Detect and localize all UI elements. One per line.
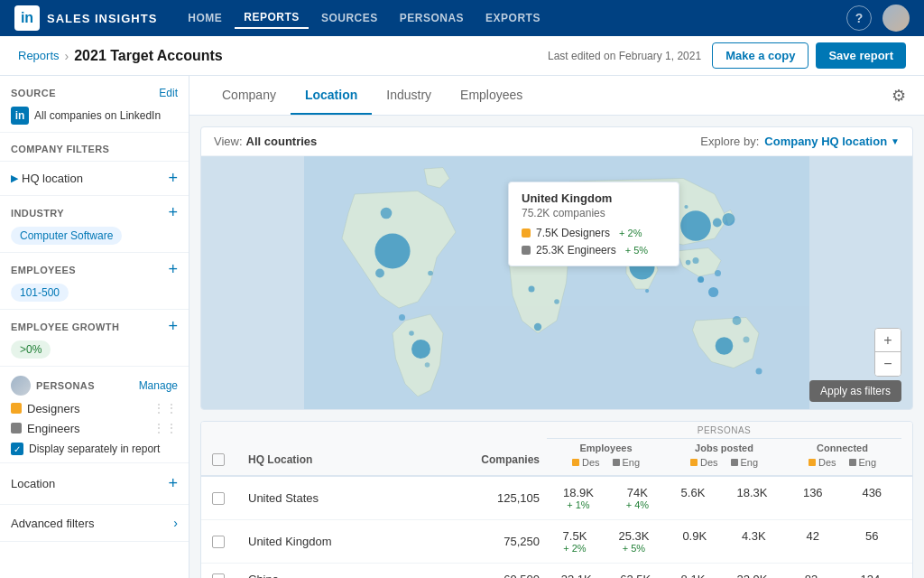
employees-plus[interactable]: + [168,260,178,279]
nav-item-exports[interactable]: EXPORTS [476,8,550,28]
row-2-emp-eng: 25.3K + 5% [618,529,649,554]
linkedin-logo-small: in [11,107,29,125]
row-1-emp-des: 18.9K + 1% [563,486,594,510]
hq-location-filter[interactable]: ▶ HQ location + [0,162,189,196]
th-connected-des: Des [818,457,836,468]
table-row: United States 125,105 18.9K + 1% 74K + 4… [201,477,912,520]
svg-point-39 [684,205,688,209]
svg-point-21 [715,270,721,276]
hq-location-plus[interactable]: + [168,169,178,188]
header-checkbox[interactable] [212,453,225,466]
view-value: All countries [246,135,318,148]
svg-point-47 [733,316,742,325]
explore-label: Explore by: [700,135,759,148]
employees-filter: Employees + 101-500 [0,253,189,310]
th-employees-eng: Eng [623,457,641,468]
table-header: HQ Location Companies PERSONAS Employees… [201,422,912,477]
advanced-filters-arrow[interactable]: › [173,516,178,530]
employee-growth-plus[interactable]: + [168,317,178,336]
row-3-conn-eng: 124 [861,573,881,578]
row-location-3: China [241,573,421,578]
nav-item-home[interactable]: HOME [179,8,231,28]
nav-help[interactable]: ? [846,5,872,31]
nav-item-sources[interactable]: SOURCES [312,8,387,28]
row-3-jobs-eng: 22.9K [736,573,767,578]
employees-label: Employees [11,265,76,275]
zoom-out-button[interactable]: − [875,352,901,376]
row-3-emp-des: 33.1K [561,573,592,578]
tab-company[interactable]: Company [208,77,291,115]
apply-filters-button[interactable]: Apply as filters [809,380,901,402]
tooltip-row-engineers: 25.3K Engineers + 5% [522,244,666,256]
table-row: China 69,500 33.1K 62.5K 8.1K [201,564,912,578]
row-2-jobs-des: 0.9K [682,529,707,554]
manage-link[interactable]: Manage [139,379,178,392]
row-2-emp-des: 7.5K + 2% [563,529,587,554]
save-report-button[interactable]: Save report [816,42,906,69]
engineers-drag[interactable]: ⋮⋮ [152,421,178,435]
engineers-dot [11,423,22,434]
svg-point-8 [411,340,430,359]
nav-item-personas[interactable]: PERSONAS [391,8,473,28]
th-companies: Companies [421,444,547,475]
designers-drag[interactable]: ⋮⋮ [152,401,178,415]
designers-label: Designers [27,402,80,415]
th-personas-label: PERSONAS [547,425,901,439]
header-bar: Reports › 2021 Target Accounts Last edit… [0,36,924,76]
th-col-employees: Employees Des Eng [547,443,665,475]
employee-growth-tag[interactable]: >0% [11,340,51,359]
persona-row-engineers: Engineers ⋮⋮ [11,421,178,435]
svg-point-28 [686,260,691,266]
industry-filter: Industry + Computer Software [0,196,189,253]
th-employees-des: Des [582,457,600,468]
svg-point-17 [756,368,762,375]
row-1-conn-des: 136 [803,486,823,510]
tooltip-companies: 75.2K companies [522,207,666,219]
row-check-2 [212,536,241,548]
zoom-in-button[interactable]: + [875,329,901,352]
location-bottom-label: Location [11,477,55,490]
row-1-jobs-des: 5.6K [681,486,706,510]
tooltip-engineers-dot [522,246,531,255]
map-section: View: All countries Explore by: Company … [200,126,913,410]
row-data-3: 33.1K 62.5K 8.1K 22.9K [547,573,901,578]
make-copy-button[interactable]: Make a copy [712,42,808,69]
tab-location[interactable]: Location [291,77,372,115]
svg-point-12 [698,276,704,283]
svg-point-20 [708,287,718,297]
display-separately-checkbox[interactable]: ✓ [11,443,23,455]
breadcrumb-link[interactable]: Reports [18,49,60,62]
table-row: United Kingdom 75,250 7.5K + 2% 25.3K + … [201,520,912,564]
industry-tag[interactable]: Computer Software [11,227,122,245]
row-checkbox-1[interactable] [212,492,225,505]
top-nav: in SALES INSIGHTS HOME REPORTS SOURCES P… [0,0,924,36]
employees-tag[interactable]: 101-500 [11,284,69,302]
industry-plus[interactable]: + [168,203,178,222]
nav-item-reports[interactable]: REPORTS [235,7,309,29]
tab-employees[interactable]: Employees [446,77,537,115]
map-tooltip: United Kingdom 75.2K companies 7.5K Desi… [508,182,679,266]
row-location-1: United States [241,491,421,505]
company-filters-label: COMPANY FILTERS [11,144,109,154]
filter-settings-icon[interactable]: ⚙ [892,86,906,106]
tooltip-engineers-change: + 5% [625,245,648,256]
row-checkbox-3[interactable] [212,573,225,579]
advanced-filters[interactable]: Advanced filters › [0,505,189,542]
page-title: 2021 Target Accounts [74,48,223,64]
persona-row-designers: Designers ⋮⋮ [11,401,178,415]
nav-avatar[interactable] [882,5,910,32]
sidebar: SOURCE Edit in All companies on LinkedIn… [0,76,189,578]
svg-point-30 [645,289,649,293]
tooltip-designers-dot [522,228,531,238]
hq-arrow: ▶ [11,172,18,184]
row-checkbox-2[interactable] [212,536,225,548]
location-plus[interactable]: + [168,474,178,493]
edit-link[interactable]: Edit [159,87,178,99]
last-edited: Last edited on February 1, 2021 [548,50,701,62]
tab-industry[interactable]: Industry [372,77,446,115]
location-bottom[interactable]: Location + [0,463,189,505]
th-connected-eng: Eng [859,457,877,468]
engineers-label: Engineers [27,422,80,435]
explore-value[interactable]: Company HQ location ▼ [764,135,900,148]
th-jobs-label: Jobs posted [669,443,780,453]
